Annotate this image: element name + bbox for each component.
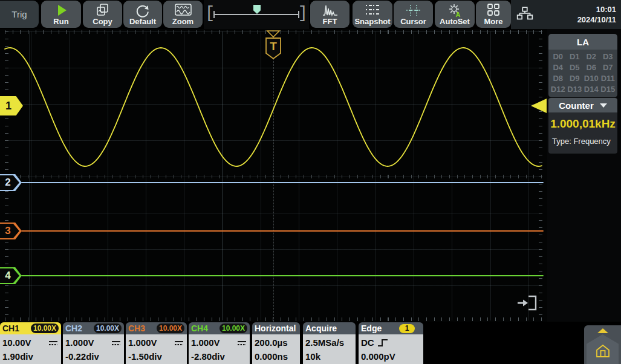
horizontal-title: Horizontal [255,323,296,333]
clock-time: 10:01 [577,4,616,15]
ch4-status-block[interactable]: CH4 10.00X 1.000V -2.80div [189,322,250,364]
counter-dropdown[interactable]: Counter [548,98,617,112]
ch2-label: CH2 [65,323,82,333]
ch1-scale: 10.00V [2,337,31,348]
ch4-probe-badge: 10.00X [219,323,247,333]
la-channel-d2[interactable]: D2 [583,52,600,61]
ch1-probe-badge: 10.00X [31,323,59,333]
autoset-gear-icon: A [447,3,463,19]
fft-button[interactable]: FFT [310,1,350,28]
ch1-offset: 1.90div [2,351,33,362]
ch2-probe-badge: 10.00X [94,323,122,333]
home-house-shape [587,334,619,364]
right-bracket-icon: ] [298,4,308,22]
acquire-status-block[interactable]: Acquire 2.5MSa/s 10k [303,322,356,364]
run-button[interactable]: Run [41,1,81,28]
ch4-scale: 1.000V [191,337,220,348]
horizontal-status-block[interactable]: Horizontal 200.0µs 0.000ns [252,322,300,364]
more-grid-icon [487,3,500,16]
la-channel-d14[interactable]: D14 [583,85,600,94]
snapshot-button[interactable]: Snapshot [353,1,392,28]
la-channel-d9[interactable]: D9 [567,74,584,83]
snapshot-list-icon [365,3,380,16]
cursor-button[interactable]: Cursor [394,1,433,28]
sample-rate-value: 2.5MSa/s [305,337,344,348]
la-channel-d15[interactable]: D15 [600,85,617,94]
la-channel-d13[interactable]: D13 [567,85,584,94]
top-toolbar: Trig Run Copy Default Zoom [ ] [0,0,621,29]
network-icon[interactable] [516,6,534,23]
waveform-traces [0,29,547,322]
channel1-marker[interactable]: 1 [0,96,23,115]
autoset-button[interactable]: A AutoSet [435,1,475,28]
trigger-coupling: DC [361,337,374,348]
la-channel-d10[interactable]: D10 [583,74,600,83]
ch3-label: CH3 [128,323,145,333]
slider-marker[interactable] [253,5,261,14]
dc-coupling-icon [48,340,58,346]
copy-button[interactable]: Copy [83,1,122,28]
rising-edge-icon [377,338,388,348]
horizontal-position-slider[interactable]: [ ] [204,0,309,29]
ch1-label: CH1 [2,323,19,333]
copy-icon [96,3,110,18]
trigger-source-badge: 1 [399,324,415,333]
channel4-marker[interactable]: 4 [0,267,22,284]
more-button[interactable]: More [476,1,511,28]
dc-coupling-icon [237,340,247,346]
ch1-status-block[interactable]: CH1 10.00X 10.00V 1.90div [0,322,61,364]
ch4-label: CH4 [191,323,208,333]
ch3-scale: 1.000V [128,337,157,348]
ch4-offset: -2.80div [191,351,225,362]
fft-spectrum-icon [322,3,339,18]
la-channel-d1[interactable]: D1 [567,52,584,61]
reset-icon [135,3,151,19]
la-channel-d4[interactable]: D4 [550,63,567,72]
ch2-status-block[interactable]: CH2 10.00X 1.000V -0.22div [63,322,124,364]
la-channel-d12[interactable]: D12 [550,85,567,94]
la-channel-d3[interactable]: D3 [600,52,617,61]
channel2-marker[interactable]: 2 [0,174,22,191]
default-button[interactable]: Default [123,1,162,28]
channel3-marker[interactable]: 3 [0,223,22,239]
ch3-offset: -1.50div [128,351,162,362]
delay-value: 0.000ns [255,351,288,362]
la-channel-d0[interactable]: D0 [550,52,567,61]
counter-type-label: Type: Frequency [548,131,617,146]
collapse-up-icon[interactable] [597,328,608,333]
clock: 10:01 2024/10/11 [577,4,621,25]
ch3-probe-badge: 10.00X [157,323,184,333]
chevron-down-icon [600,103,607,108]
la-channel-d7[interactable]: D7 [600,63,617,72]
trigger-t-label: T [270,40,277,53]
ch2-offset: -0.22div [65,351,99,362]
la-channel-d5[interactable]: D5 [567,63,584,72]
trigger-time-marker[interactable]: T [265,30,281,59]
slider-track[interactable] [213,14,299,15]
ch2-scale: 1.000V [65,337,94,348]
acquire-title: Acquire [305,323,337,333]
ch3-status-block[interactable]: CH3 10.00X 1.000V -1.50div [126,322,187,364]
home-icon[interactable] [596,344,610,358]
la-panel-header[interactable]: LA [548,34,617,50]
trig-status[interactable]: Trig [0,1,39,28]
memory-depth-value: 10k [305,351,320,362]
play-icon [54,3,68,18]
zoom-wave-icon [174,3,192,18]
la-panel: LA D0 D1 D2 D3 D4 D5 D6 D7 D8 D9 D10 D11… [548,34,617,97]
expand-enter-icon[interactable] [515,294,538,312]
toolbar-status-panel: 10:01 2024/10/11 [511,0,621,29]
waveform-display: 1 2 3 4 T [0,29,547,322]
la-channel-d6[interactable]: D6 [583,63,600,72]
svg-text:A: A [456,11,461,18]
la-channel-d8[interactable]: D8 [550,74,567,83]
counter-readout: 1.000,01kHz Type: Frequency [548,112,617,154]
dc-coupling-icon [174,340,184,346]
zoom-button[interactable]: Zoom [163,1,203,28]
la-channel-d11[interactable]: D11 [600,74,617,83]
trig-label: Trig [11,9,27,19]
trigger-level: 0.000pV [361,351,395,362]
dc-coupling-icon [111,340,121,346]
home-panel[interactable] [584,325,621,364]
trigger-status-block[interactable]: Edge 1 DC 0.000pV [359,322,423,364]
